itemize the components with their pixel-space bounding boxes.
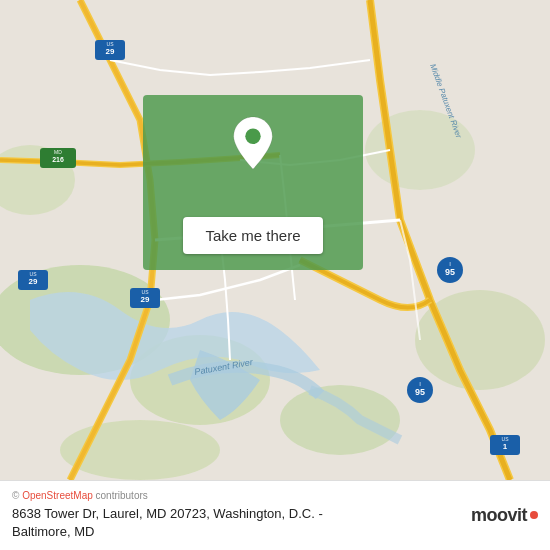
svg-point-6 — [280, 385, 400, 455]
moovit-logo-container: moovit — [471, 505, 538, 526]
map-overlay: Take me there — [143, 95, 363, 270]
moovit-logo: moovit — [471, 505, 538, 526]
footer-info: © OpenStreetMap contributors 8638 Tower … — [12, 490, 459, 541]
location-pin-icon — [229, 115, 277, 171]
svg-text:29: 29 — [29, 277, 38, 286]
svg-text:MD: MD — [54, 149, 62, 155]
moovit-dot — [530, 511, 538, 519]
svg-text:216: 216 — [52, 156, 64, 163]
svg-text:US: US — [30, 271, 38, 277]
svg-text:1: 1 — [503, 442, 508, 451]
map-container: 29 US 29 US 29 US 216 MD 95 I 95 I 1 US … — [0, 0, 550, 480]
footer: © OpenStreetMap contributors 8638 Tower … — [0, 480, 550, 550]
svg-text:95: 95 — [445, 267, 455, 277]
svg-text:US: US — [502, 436, 510, 442]
copyright-text: © OpenStreetMap contributors — [12, 490, 459, 501]
svg-text:29: 29 — [106, 47, 115, 56]
address-text: 8638 Tower Dr, Laurel, MD 20723, Washing… — [12, 505, 459, 541]
svg-text:29: 29 — [141, 295, 150, 304]
openstreetmap-link[interactable]: OpenStreetMap — [22, 490, 93, 501]
take-me-there-button[interactable]: Take me there — [183, 217, 322, 254]
moovit-logo-text: moovit — [471, 505, 527, 526]
svg-text:US: US — [142, 289, 150, 295]
svg-point-31 — [245, 129, 260, 144]
svg-text:95: 95 — [415, 387, 425, 397]
svg-text:US: US — [107, 41, 115, 47]
